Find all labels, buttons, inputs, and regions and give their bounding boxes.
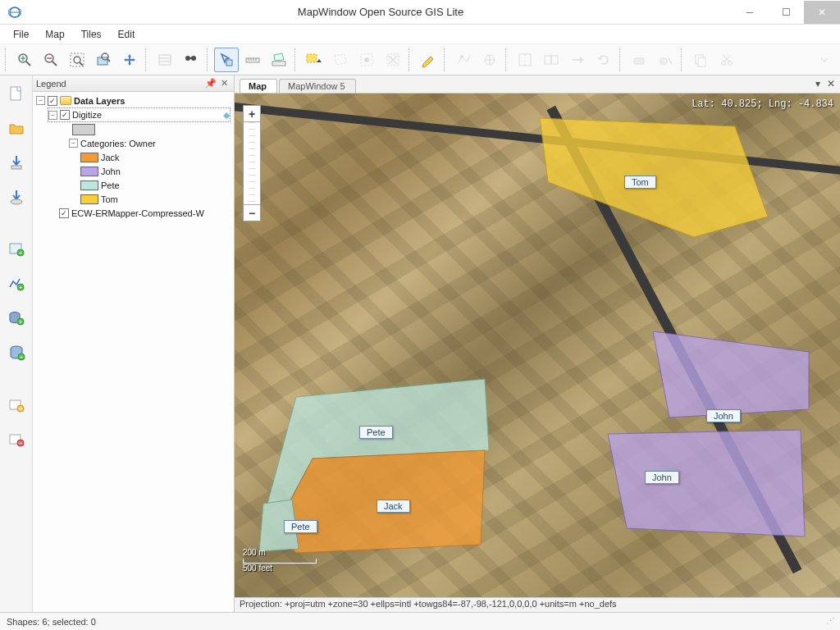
add-db-layer-icon[interactable]: + xyxy=(5,307,28,330)
svg-rect-28 xyxy=(307,54,317,62)
legend-header: Legend 📌 ✕ xyxy=(33,75,234,92)
map-canvas[interactable]: Tom John John Pete Jack Pete + − Lat: 40… xyxy=(235,94,840,597)
map-tabs: Map MapWindow 5 ▾ ✕ xyxy=(235,75,840,94)
tab-mapwindow5[interactable]: MapWindow 5 xyxy=(279,79,356,93)
swatch-john xyxy=(80,167,98,176)
svg-point-46 xyxy=(728,61,733,65)
svg-text:+: + xyxy=(18,405,22,413)
cat-jack[interactable]: Jack xyxy=(80,150,231,164)
statusbar: Shapes: 6; selected: 0 ⋰ xyxy=(0,612,840,630)
erase-part-button[interactable] xyxy=(653,48,678,72)
attributes-button[interactable] xyxy=(153,48,177,72)
find-button[interactable] xyxy=(179,48,203,72)
parcel-label-pete-2: Pete xyxy=(284,520,317,533)
resize-grip-icon[interactable]: ⋰ xyxy=(826,616,833,627)
erase-button[interactable] xyxy=(627,48,651,72)
add-db-icon[interactable]: + xyxy=(5,341,28,364)
svg-text:+: + xyxy=(18,318,22,326)
select-attr-button[interactable] xyxy=(354,48,379,72)
zoom-control[interactable]: + − xyxy=(243,105,261,221)
add-chart-layer-icon[interactable]: + xyxy=(5,272,28,295)
merge-button[interactable] xyxy=(539,48,564,72)
tree-root[interactable]: − ✓ Data Layers xyxy=(36,94,231,107)
svg-point-31 xyxy=(364,57,369,62)
edit-layer-button[interactable] xyxy=(416,48,441,72)
svg-point-35 xyxy=(460,55,463,58)
scalebar: 200 m 500 feet xyxy=(243,548,317,573)
tab-map[interactable]: Map xyxy=(240,79,277,93)
select-poly-button[interactable] xyxy=(328,48,353,72)
digitize-swatch-row xyxy=(72,122,231,136)
measure-distance-button[interactable] xyxy=(240,48,265,72)
cut-button[interactable] xyxy=(714,48,739,72)
parcel-label-jack: Jack xyxy=(377,500,410,513)
toolbar xyxy=(0,44,840,75)
minimize-button[interactable]: ─ xyxy=(732,1,768,24)
zoom-out-map-button[interactable]: − xyxy=(244,204,260,221)
close-button[interactable]: ✕ xyxy=(804,1,840,24)
svg-rect-42 xyxy=(660,58,667,64)
ecw-label: ECW-ERMapper-Compressed-W xyxy=(71,208,204,218)
tab-close-icon[interactable]: ✕ xyxy=(827,78,835,89)
zoom-in-map-button[interactable]: + xyxy=(244,106,260,122)
layer-add-icon[interactable]: + xyxy=(5,394,28,417)
svg-marker-69 xyxy=(608,430,805,536)
move-button[interactable] xyxy=(565,48,590,72)
zoom-slider[interactable] xyxy=(249,122,255,204)
menu-tiles[interactable]: Tiles xyxy=(81,29,102,40)
menu-file[interactable]: File xyxy=(13,29,29,40)
parcel-polygons xyxy=(235,94,840,594)
pan-button[interactable] xyxy=(117,48,142,72)
svg-line-6 xyxy=(52,62,57,66)
menu-map[interactable]: Map xyxy=(45,29,64,40)
pin-icon[interactable]: 📌 xyxy=(204,78,217,89)
root-label: Data Layers xyxy=(74,96,125,106)
toolbar-overflow-button[interactable] xyxy=(812,48,837,72)
cat-pete[interactable]: Pete xyxy=(80,178,231,192)
titlebar: MapWindow Open Source GIS Lite ─ ☐ ✕ xyxy=(0,0,840,25)
legend-title: Legend xyxy=(36,79,66,89)
open-project-icon[interactable] xyxy=(5,116,28,139)
svg-marker-68 xyxy=(653,331,809,418)
add-vector-icon[interactable] xyxy=(5,151,28,174)
cat-john[interactable]: John xyxy=(80,164,231,178)
new-project-icon[interactable] xyxy=(5,82,28,105)
swatch-jack xyxy=(80,153,98,162)
rotate-button[interactable] xyxy=(591,48,616,72)
swatch-tom xyxy=(80,194,98,204)
digitize-label: Digitize xyxy=(72,110,102,120)
tab-dropdown-icon[interactable]: ▾ xyxy=(815,78,820,89)
zoom-extent-button[interactable] xyxy=(65,48,89,72)
zoom-in-button[interactable] xyxy=(12,48,37,72)
split-button[interactable] xyxy=(513,48,537,72)
zoom-layer-button[interactable] xyxy=(91,48,116,72)
vertex-edit-button[interactable] xyxy=(451,48,476,72)
maximize-button[interactable]: ☐ xyxy=(768,1,804,24)
svg-rect-47 xyxy=(11,87,21,100)
clear-select-button[interactable] xyxy=(381,48,405,72)
copy-button[interactable] xyxy=(688,48,713,72)
svg-marker-27 xyxy=(274,53,284,61)
zoom-out-button[interactable] xyxy=(39,48,63,72)
geometry-tool-button[interactable] xyxy=(477,48,502,72)
cat-tom[interactable]: Tom xyxy=(80,192,231,206)
add-layer-icon[interactable]: + xyxy=(5,238,28,261)
select-rect-button[interactable] xyxy=(302,48,326,72)
layer-remove-icon[interactable]: − xyxy=(5,428,28,451)
parcel-label-pete: Pete xyxy=(359,426,393,439)
identify-button[interactable] xyxy=(214,48,239,72)
app-icon xyxy=(7,4,23,21)
close-panel-icon[interactable]: ✕ xyxy=(217,78,231,89)
svg-text:+: + xyxy=(18,284,22,291)
menu-edit[interactable]: Edit xyxy=(118,29,135,40)
legend-panel: Legend 📌 ✕ − ✓ Data Layers − ✓ Digitize … xyxy=(33,75,235,612)
tree-digitize[interactable]: − ✓ Digitize ◆ xyxy=(48,107,231,122)
tree-ecw[interactable]: ✓ ECW-ERMapper-Compressed-W xyxy=(59,206,231,220)
measure-area-button[interactable] xyxy=(267,48,291,72)
left-rail: + + + + + − xyxy=(0,75,33,612)
add-raster-icon[interactable] xyxy=(5,185,28,208)
svg-line-10 xyxy=(80,62,83,66)
svg-rect-14 xyxy=(159,55,171,65)
tree-categories[interactable]: − Categories: Owner xyxy=(69,136,231,150)
default-swatch xyxy=(72,124,95,135)
